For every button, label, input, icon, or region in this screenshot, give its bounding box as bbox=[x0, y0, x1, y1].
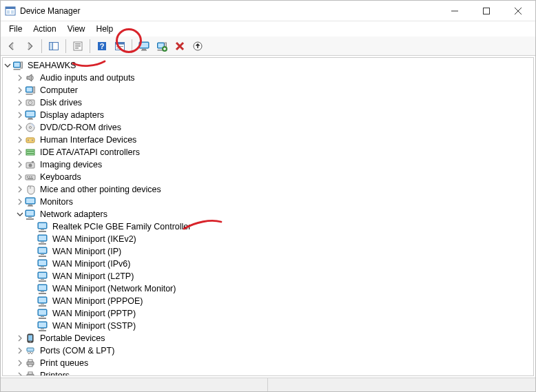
show-hide-tree-button[interactable] bbox=[45, 38, 62, 54]
category-label: Network adapters bbox=[39, 208, 109, 220]
category-row[interactable]: Monitors bbox=[3, 196, 533, 208]
show-hidden-button[interactable] bbox=[112, 38, 128, 54]
uninstall-button[interactable] bbox=[172, 38, 188, 54]
menu-bar: File Action View Help bbox=[1, 21, 535, 37]
category-label: Imaging devices bbox=[39, 158, 103, 171]
toolbar-separator bbox=[65, 39, 66, 53]
expand-icon[interactable] bbox=[15, 98, 25, 107]
network-icon bbox=[37, 221, 48, 232]
category-row[interactable]: Disk drives bbox=[3, 96, 533, 109]
network-icon bbox=[37, 246, 48, 257]
close-button[interactable] bbox=[502, 1, 534, 21]
collapse-icon[interactable] bbox=[15, 209, 25, 219]
dvd-icon bbox=[25, 122, 36, 133]
category-row[interactable]: IDE ATA/ATAPI controllers bbox=[3, 146, 533, 158]
monitor-icon bbox=[25, 196, 36, 207]
category-label: Print queues bbox=[39, 357, 90, 369]
status-bar bbox=[1, 378, 535, 391]
device-manager-window: Device Manager File Action View Help ? bbox=[0, 0, 536, 392]
computer-icon bbox=[25, 85, 36, 96]
properties-button[interactable] bbox=[70, 38, 86, 54]
device-row[interactable]: WAN Miniport (IKEv2) bbox=[3, 233, 533, 245]
ports-icon bbox=[25, 345, 36, 356]
network-icon bbox=[25, 209, 36, 220]
expand-icon[interactable] bbox=[15, 172, 25, 182]
category-row[interactable]: Ports (COM & LPT) bbox=[3, 344, 533, 357]
expand-icon[interactable] bbox=[15, 346, 25, 355]
update-driver-button[interactable] bbox=[189, 38, 206, 54]
svg-rect-56 bbox=[116, 46, 123, 47]
category-label: Human Interface Devices bbox=[39, 134, 138, 146]
category-label: Ports (COM & LPT) bbox=[39, 344, 116, 357]
menu-view[interactable]: View bbox=[62, 23, 91, 35]
category-row[interactable]: Network adapters bbox=[3, 208, 533, 220]
device-label: WAN Miniport (L2TP) bbox=[51, 270, 135, 282]
expand-icon[interactable] bbox=[15, 85, 25, 95]
device-row[interactable]: WAN Miniport (PPPOE) bbox=[3, 295, 533, 307]
device-label: Realtek PCIe GBE Family Controller bbox=[51, 220, 192, 233]
svg-rect-49 bbox=[75, 43, 81, 45]
expand-icon[interactable] bbox=[15, 358, 25, 368]
device-row[interactable]: Realtek PCIe GBE Family Controller bbox=[3, 220, 533, 233]
device-row[interactable]: WAN Miniport (PPTP) bbox=[3, 307, 533, 320]
scan-hardware-button[interactable] bbox=[136, 38, 152, 54]
device-row[interactable]: WAN Miniport (L2TP) bbox=[3, 270, 533, 282]
expand-icon[interactable] bbox=[15, 135, 25, 145]
menu-action[interactable]: Action bbox=[28, 23, 61, 35]
expand-icon[interactable] bbox=[15, 110, 25, 120]
category-label: Portable Devices bbox=[39, 332, 107, 344]
category-row[interactable]: Keyboards bbox=[3, 171, 533, 183]
category-row[interactable]: Display adapters bbox=[3, 109, 533, 121]
device-tree-panel[interactable]: SEAHAWKSAudio inputs and outputsComputer… bbox=[2, 57, 534, 376]
audio-icon bbox=[25, 72, 36, 83]
expand-icon[interactable] bbox=[15, 160, 25, 169]
svg-rect-50 bbox=[75, 45, 81, 47]
expand-icon[interactable] bbox=[15, 185, 25, 194]
expand-icon[interactable] bbox=[15, 73, 25, 83]
device-row[interactable]: WAN Miniport (IP) bbox=[3, 245, 533, 258]
menu-help[interactable]: Help bbox=[91, 23, 119, 35]
category-row[interactable]: DVD/CD-ROM drives bbox=[3, 121, 533, 134]
title-bar: Device Manager bbox=[1, 1, 535, 21]
device-row[interactable]: WAN Miniport (IPv6) bbox=[3, 258, 533, 270]
expand-icon[interactable] bbox=[15, 147, 25, 157]
maximize-button[interactable] bbox=[471, 1, 502, 21]
app-icon bbox=[5, 6, 16, 17]
category-row[interactable]: Computer bbox=[3, 84, 533, 96]
category-row[interactable]: Human Interface Devices bbox=[3, 134, 533, 146]
toolbar-separator bbox=[132, 39, 132, 53]
expand-icon[interactable] bbox=[15, 333, 25, 343]
category-label: DVD/CD-ROM drives bbox=[39, 121, 123, 134]
expand-icon[interactable] bbox=[15, 197, 25, 207]
minimize-button[interactable] bbox=[439, 1, 471, 21]
expand-icon[interactable] bbox=[15, 371, 25, 376]
category-label: Printers bbox=[39, 369, 71, 376]
category-row[interactable]: Audio inputs and outputs bbox=[3, 72, 533, 84]
device-row[interactable]: WAN Miniport (SSTP) bbox=[3, 320, 533, 332]
category-row[interactable]: Printers bbox=[3, 369, 533, 376]
expand-icon[interactable] bbox=[15, 123, 25, 132]
network-icon bbox=[37, 296, 48, 307]
device-row[interactable]: WAN Miniport (Network Monitor) bbox=[3, 282, 533, 295]
help-button[interactable]: ? bbox=[94, 38, 110, 54]
tree-root-row[interactable]: SEAHAWKS bbox=[3, 59, 533, 72]
keyboard-icon bbox=[25, 172, 36, 183]
category-row[interactable]: Print queues bbox=[3, 357, 533, 369]
category-row[interactable]: Mice and other pointing devices bbox=[3, 183, 533, 196]
category-label: Keyboards bbox=[39, 171, 83, 183]
collapse-icon[interactable] bbox=[3, 61, 12, 70]
category-row[interactable]: Portable Devices bbox=[3, 332, 533, 344]
forward-button[interactable] bbox=[21, 38, 38, 54]
device-label: WAN Miniport (IKEv2) bbox=[51, 233, 138, 245]
menu-file[interactable]: File bbox=[3, 23, 28, 35]
network-icon bbox=[37, 271, 48, 282]
network-icon bbox=[37, 283, 48, 294]
device-label: WAN Miniport (IPv6) bbox=[51, 258, 132, 270]
device-label: WAN Miniport (Network Monitor) bbox=[51, 282, 177, 295]
add-legacy-button[interactable] bbox=[154, 38, 170, 54]
category-label: Monitors bbox=[39, 196, 74, 208]
device-label: WAN Miniport (PPTP) bbox=[51, 307, 137, 320]
category-row[interactable]: Imaging devices bbox=[3, 158, 533, 171]
content-area: SEAHAWKSAudio inputs and outputsComputer… bbox=[1, 56, 535, 378]
back-button[interactable] bbox=[3, 38, 20, 54]
